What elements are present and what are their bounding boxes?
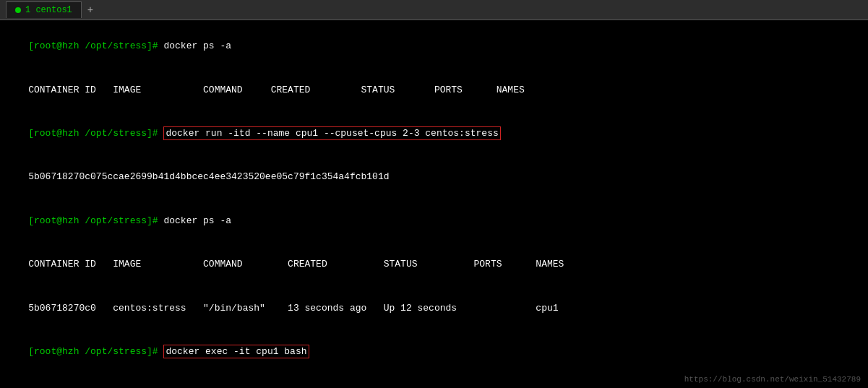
- terminal-line: [root@hzh /opt/stress]# docker exec -it …: [6, 330, 862, 374]
- title-bar: 1 centos1 +: [0, 0, 868, 20]
- terminal-line: [root@hzh /opt/stress]# docker ps -a: [6, 25, 862, 68]
- tab-dot: [15, 7, 21, 13]
- new-tab-button[interactable]: +: [82, 1, 99, 19]
- terminal-window: [root@hzh /opt/stress]# docker ps -a CON…: [0, 20, 868, 388]
- prompt: [root@hzh /opt/stress]#: [28, 346, 163, 357]
- watermark: https://blog.csdn.net/weixin_51432789: [684, 375, 861, 384]
- prompt: [root@hzh /opt/stress]#: [28, 40, 163, 51]
- terminal-line: CONTAINER ID IMAGE COMMAND CREATED STATU…: [6, 243, 862, 286]
- prompt: [root@hzh /opt/stress]#: [28, 215, 163, 226]
- terminal-line: 5b06718270c0 centos:stress "/bin/bash" 1…: [6, 287, 862, 330]
- terminal-line: CONTAINER ID IMAGE COMMAND CREATED STATU…: [6, 68, 862, 111]
- terminal-tab[interactable]: 1 centos1: [6, 1, 82, 18]
- terminal-line: [root@hzh /opt/stress]# docker ps -a: [6, 199, 862, 243]
- prompt: [root@hzh /opt/stress]#: [28, 128, 163, 139]
- tab-label: 1 centos1: [25, 5, 72, 15]
- terminal-line: [root@hzh /opt/stress]# docker run -itd …: [6, 112, 862, 155]
- terminal-line: 5b06718270c075ccae2699b41d4bbcec4ee34235…: [6, 155, 862, 199]
